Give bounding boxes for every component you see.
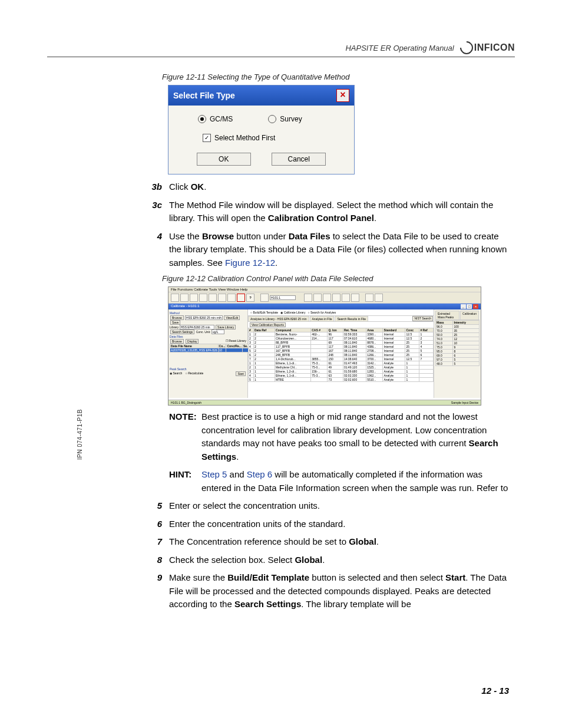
toolbar-icon[interactable] (304, 294, 312, 302)
table-row[interactable]: 75.09 (436, 345, 480, 350)
step-7: The Concentration reference should be se… (169, 535, 509, 549)
step-num-8: 8 (144, 554, 169, 567)
table-row[interactable]: 62248_BPFB24808:11.8401266...Internal256 (249, 353, 434, 357)
figure-11-caption: Figure 12-11 Selecting the Type of Quant… (162, 73, 509, 81)
right-panel: Extracted Mass Peaks Calibration MassInt… (434, 309, 481, 398)
table-row[interactable]: 97.05 (436, 358, 480, 362)
table-row[interactable]: 96.0100 (436, 325, 480, 329)
table-row[interactable]: 41Ethane, 1,1-di...75-3...6302:02.330196… (249, 374, 434, 378)
step-3b: Click OK. (169, 180, 509, 194)
radio-survey[interactable]: Survey (268, 115, 302, 123)
checkbox-select-method-first[interactable]: ✓ Select Method First (180, 134, 342, 142)
browse-button[interactable]: Browse (170, 339, 184, 344)
radio-recalculate[interactable]: ○ Recalculate (186, 371, 204, 375)
tab-extracted-mass-peaks[interactable]: Extracted Mass Peaks (435, 311, 459, 319)
step-5-link[interactable]: Step 5 (201, 469, 227, 479)
radio-gcms[interactable]: GC/MS (198, 115, 233, 123)
view-edit-button[interactable]: View/Edit (224, 315, 240, 320)
toolbar-icon[interactable] (199, 294, 207, 302)
table-row[interactable]: 721,4-Dichlorob...3855...15014:38.640370… (249, 357, 434, 361)
step-6: Enter the concentration units of the sta… (169, 518, 509, 531)
start-button[interactable]: Start (236, 371, 246, 376)
step-9: Make sure the Build/Edit Template button… (169, 571, 509, 611)
figure-12-caption: Figure 12-12 Calibration Control Panel w… (162, 274, 509, 283)
browse-button[interactable]: Browse (170, 315, 184, 320)
cancel-button[interactable]: Cancel (272, 153, 326, 166)
app-toolbar: ? H101:1 (168, 292, 481, 304)
toolbar-icon[interactable] (342, 294, 350, 302)
toolbar-combo[interactable]: H101:1 (270, 295, 296, 300)
radio-build-edit[interactable]: ○ Build/Edit Template (250, 311, 278, 314)
figure-12-12-link[interactable]: Figure 12-12 (225, 258, 275, 268)
radio-search-analytes[interactable]: ○ Search for Analytes (308, 311, 336, 314)
table-row[interactable]: A20070328_131235_HSS EPA 826 10 (170, 348, 250, 353)
radio-icon (268, 115, 276, 123)
library-combo[interactable]: HSS EPA 8260 25 min (180, 325, 214, 330)
minimize-icon[interactable]: _ (461, 304, 466, 309)
table-row[interactable]: 70.035 (436, 329, 480, 333)
table-row[interactable]: 95.08 (436, 350, 480, 354)
tab-analytes-file[interactable]: Analytes in File (310, 316, 335, 321)
table-row[interactable]: 69.06 (436, 354, 480, 358)
table-row[interactable]: 21Methylene Chl...75-0...4901:49.1201525… (249, 365, 434, 370)
toolbar-icon[interactable] (171, 294, 179, 302)
toolbar-icon[interactable] (351, 294, 359, 302)
help-icon[interactable]: ? (246, 294, 254, 302)
toolbar-icon[interactable] (260, 294, 269, 302)
radio-search[interactable]: ◉ Search (170, 371, 182, 375)
table-row[interactable]: 74.012 (436, 337, 480, 341)
table-row[interactable]: 42117_BPFB11708:11.8404386...Internal254 (249, 345, 434, 349)
data-files-table: Data File Name Co... Conc/Re... Se... A2… (170, 344, 250, 353)
table-row[interactable]: 51MTBE7302:02.6005510...Analyte1 (249, 378, 434, 382)
table-row[interactable]: 52167_BPFB16708:11.8402708...Internal255 (249, 349, 434, 353)
table-row[interactable]: 48.05 (436, 362, 480, 366)
toolbar-icon[interactable] (313, 294, 322, 302)
tab-calibration[interactable]: Calibration (460, 311, 479, 319)
window-title: Calibrate - H101:1 (171, 304, 200, 309)
table-row[interactable]: 51.010 (436, 341, 480, 345)
nist-search-button[interactable]: NIST Search (412, 316, 433, 321)
toolbar-icon[interactable] (180, 294, 189, 302)
display-button[interactable]: Display (186, 339, 199, 344)
step-num-7: 7 (144, 535, 169, 549)
toolbar-icon[interactable] (237, 294, 245, 302)
toolbar-icon[interactable] (209, 294, 217, 302)
table-row[interactable]: 11Ethene, 1,1-di...75-3...6101:47.493314… (249, 361, 434, 365)
search-settings-button[interactable]: Search Settings (170, 330, 194, 334)
maximize-icon[interactable]: □ (467, 304, 472, 309)
mass-peaks-table: MassIntensity96.010070.03550.02574.01251… (435, 320, 480, 366)
table-row[interactable]: 12Benzene, fluoro-462-...9602:59.3333390… (249, 332, 434, 337)
toolbar-icon[interactable] (365, 294, 373, 302)
toolbar-icon[interactable] (323, 294, 331, 302)
save-library-button[interactable]: Save Library (216, 325, 236, 330)
ok-button[interactable]: OK (197, 153, 251, 166)
table-row[interactable]: 31Ethene, 1,2-di...156-...6101:59.680128… (249, 370, 434, 374)
center-panel: ○ Build/Edit Template ◉ Calibrate Librar… (248, 309, 434, 398)
app-menu-bar[interactable]: File Functions Calibrate Tools View Wind… (168, 287, 481, 292)
toolbar-icon[interactable] (332, 294, 340, 302)
radio-calibrate-library[interactable]: ◉ Calibrate Library (280, 311, 305, 314)
table-row[interactable]: 22Chlorobenzen...214...11707:34.6104680.… (249, 337, 434, 341)
step-num-4: 4 (144, 230, 169, 270)
conc-unit-combo[interactable]: ug/L (211, 330, 224, 334)
table-row[interactable]: 50.025 (436, 333, 480, 337)
step-num-5: 5 (144, 499, 169, 513)
step-4: Use the Browse button under Data Files t… (169, 230, 509, 270)
toolbar-icon[interactable] (375, 294, 383, 302)
toolbar-icon[interactable] (227, 294, 236, 302)
close-icon[interactable]: × (473, 304, 478, 309)
step-3c: The Method File window will be displayed… (169, 199, 509, 225)
toolbar-icon[interactable] (190, 294, 198, 302)
save-button[interactable]: Save (170, 320, 180, 325)
close-icon[interactable]: × (336, 89, 349, 102)
method-path[interactable]: HSS EPA 8260 25 min.mth (185, 315, 223, 320)
toolbar-icon[interactable] (218, 294, 226, 302)
tab-search-results[interactable]: Search Results in File (335, 316, 368, 321)
left-panel: Method Browse HSS EPA 8260 25 min.mth Vi… (168, 309, 248, 398)
page-number: 12 - 13 (481, 686, 509, 696)
step-6-link[interactable]: Step 6 (247, 469, 272, 479)
tab-analytes-library[interactable]: Analytes in Library - HSS EPA 8260 25 mi… (248, 316, 309, 321)
analytes-table: #Data RefCompoundCAS #Q. IonRet. TimeAre… (248, 328, 434, 382)
view-cal-reports-button[interactable]: View Calibration Reports (250, 322, 286, 327)
table-row[interactable]: 3288_BPFB6908:11.8408878...Internal253 (249, 341, 434, 345)
